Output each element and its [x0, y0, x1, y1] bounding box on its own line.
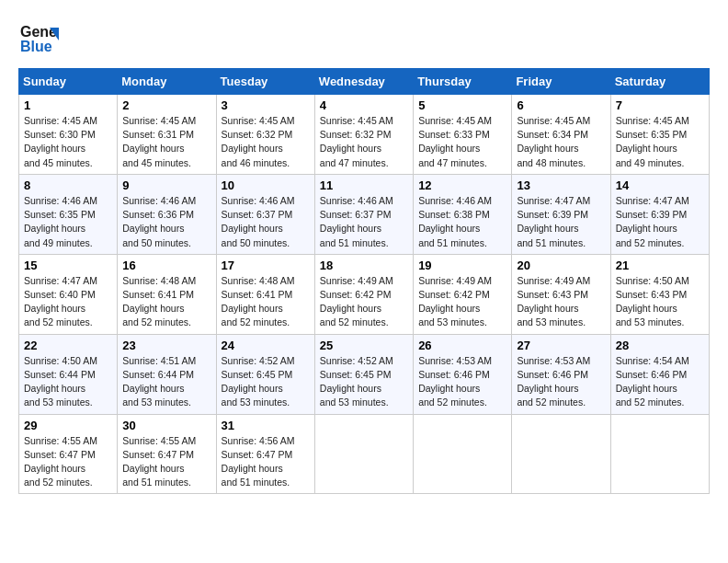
day-info: Sunrise: 4:45 AMSunset: 6:31 PMDaylight …: [122, 115, 196, 168]
day-info: Sunrise: 4:54 AMSunset: 6:46 PMDaylight …: [616, 355, 689, 408]
day-number: 17: [222, 259, 310, 272]
calendar-cell: 30 Sunrise: 4:55 AMSunset: 6:47 PMDaylig…: [118, 414, 216, 494]
calendar-cell: 18 Sunrise: 4:49 AMSunset: 6:42 PMDaylig…: [314, 254, 413, 334]
day-number: 8: [24, 178, 112, 192]
day-number: 20: [517, 259, 605, 272]
day-info: Sunrise: 4:56 AMSunset: 6:47 PMDaylight …: [222, 435, 295, 488]
calendar-cell: 13 Sunrise: 4:47 AMSunset: 6:39 PMDaylig…: [512, 174, 610, 254]
calendar-cell: 11 Sunrise: 4:46 AMSunset: 6:37 PMDaylig…: [314, 174, 413, 254]
day-number: 7: [616, 98, 704, 112]
day-info: Sunrise: 4:45 AMSunset: 6:32 PMDaylight …: [320, 115, 393, 168]
day-number: 21: [616, 259, 704, 272]
day-info: Sunrise: 4:45 AMSunset: 6:30 PMDaylight …: [24, 115, 97, 168]
weekday-header-monday: Monday: [118, 69, 216, 95]
weekday-header-sunday: Sunday: [19, 69, 118, 95]
svg-text:Blue: Blue: [20, 39, 52, 54]
logo-icon: General Blue: [18, 18, 59, 59]
day-info: Sunrise: 4:45 AMSunset: 6:35 PMDaylight …: [616, 115, 689, 168]
day-info: Sunrise: 4:49 AMSunset: 6:42 PMDaylight …: [320, 275, 393, 328]
day-info: Sunrise: 4:45 AMSunset: 6:34 PMDaylight …: [517, 115, 590, 168]
calendar-cell: 23 Sunrise: 4:51 AMSunset: 6:44 PMDaylig…: [118, 334, 216, 414]
weekday-header-saturday: Saturday: [610, 69, 709, 95]
day-info: Sunrise: 4:47 AMSunset: 6:39 PMDaylight …: [517, 195, 590, 248]
calendar-cell: 16 Sunrise: 4:48 AMSunset: 6:41 PMDaylig…: [118, 254, 216, 334]
day-number: 19: [418, 259, 506, 272]
day-number: 24: [222, 339, 310, 352]
weekday-header-friday: Friday: [512, 69, 610, 95]
day-number: 4: [320, 98, 408, 112]
day-number: 14: [616, 178, 704, 192]
calendar-week-1: 8 Sunrise: 4:46 AMSunset: 6:35 PMDayligh…: [19, 174, 710, 254]
day-info: Sunrise: 4:48 AMSunset: 6:41 PMDaylight …: [122, 275, 196, 328]
day-info: Sunrise: 4:49 AMSunset: 6:42 PMDaylight …: [418, 275, 492, 328]
day-info: Sunrise: 4:46 AMSunset: 6:36 PMDaylight …: [122, 195, 196, 248]
day-info: Sunrise: 4:55 AMSunset: 6:47 PMDaylight …: [122, 435, 196, 488]
day-info: Sunrise: 4:46 AMSunset: 6:37 PMDaylight …: [320, 195, 393, 248]
day-number: 1: [24, 98, 112, 112]
day-number: 25: [320, 339, 408, 352]
day-number: 18: [320, 259, 408, 272]
weekday-header-thursday: Thursday: [414, 69, 512, 95]
calendar-week-2: 15 Sunrise: 4:47 AMSunset: 6:40 PMDaylig…: [19, 254, 710, 334]
calendar-cell: 21 Sunrise: 4:50 AMSunset: 6:43 PMDaylig…: [610, 254, 709, 334]
calendar-cell: 26 Sunrise: 4:53 AMSunset: 6:46 PMDaylig…: [414, 334, 512, 414]
day-number: 31: [222, 419, 310, 432]
day-info: Sunrise: 4:46 AMSunset: 6:35 PMDaylight …: [24, 195, 97, 248]
day-info: Sunrise: 4:50 AMSunset: 6:44 PMDaylight …: [24, 355, 97, 408]
calendar-cell: 9 Sunrise: 4:46 AMSunset: 6:36 PMDayligh…: [118, 174, 216, 254]
calendar-cell: 3 Sunrise: 4:45 AMSunset: 6:32 PMDayligh…: [216, 95, 314, 175]
calendar-week-0: 1 Sunrise: 4:45 AMSunset: 6:30 PMDayligh…: [19, 95, 710, 175]
day-number: 13: [517, 178, 605, 192]
day-number: 27: [517, 339, 605, 352]
day-info: Sunrise: 4:45 AMSunset: 6:32 PMDaylight …: [222, 115, 295, 168]
calendar-week-3: 22 Sunrise: 4:50 AMSunset: 6:44 PMDaylig…: [19, 334, 710, 414]
calendar-header-row: SundayMondayTuesdayWednesdayThursdayFrid…: [19, 69, 710, 95]
day-info: Sunrise: 4:53 AMSunset: 6:46 PMDaylight …: [418, 355, 492, 408]
calendar-cell: 22 Sunrise: 4:50 AMSunset: 6:44 PMDaylig…: [19, 334, 118, 414]
calendar-cell: 27 Sunrise: 4:53 AMSunset: 6:46 PMDaylig…: [512, 334, 610, 414]
day-info: Sunrise: 4:52 AMSunset: 6:45 PMDaylight …: [320, 355, 393, 408]
day-info: Sunrise: 4:49 AMSunset: 6:43 PMDaylight …: [517, 275, 590, 328]
day-number: 6: [517, 98, 605, 112]
calendar-cell: 14 Sunrise: 4:47 AMSunset: 6:39 PMDaylig…: [610, 174, 709, 254]
day-number: 22: [24, 339, 112, 352]
calendar-cell: [414, 414, 512, 494]
calendar-cell: 4 Sunrise: 4:45 AMSunset: 6:32 PMDayligh…: [314, 95, 413, 175]
calendar-cell: 12 Sunrise: 4:46 AMSunset: 6:38 PMDaylig…: [414, 174, 512, 254]
logo: General Blue: [18, 18, 59, 59]
day-number: 5: [418, 98, 506, 112]
day-number: 10: [222, 178, 310, 192]
day-number: 26: [418, 339, 506, 352]
day-info: Sunrise: 4:46 AMSunset: 6:37 PMDaylight …: [222, 195, 295, 248]
day-number: 29: [24, 419, 112, 432]
day-info: Sunrise: 4:55 AMSunset: 6:47 PMDaylight …: [24, 435, 97, 488]
calendar-cell: 31 Sunrise: 4:56 AMSunset: 6:47 PMDaylig…: [216, 414, 314, 494]
calendar-cell: 7 Sunrise: 4:45 AMSunset: 6:35 PMDayligh…: [610, 95, 709, 175]
calendar-cell: [610, 414, 709, 494]
day-info: Sunrise: 4:47 AMSunset: 6:40 PMDaylight …: [24, 275, 97, 328]
weekday-header-wednesday: Wednesday: [314, 69, 413, 95]
calendar-cell: 1 Sunrise: 4:45 AMSunset: 6:30 PMDayligh…: [19, 95, 118, 175]
day-info: Sunrise: 4:53 AMSunset: 6:46 PMDaylight …: [517, 355, 590, 408]
calendar-cell: 5 Sunrise: 4:45 AMSunset: 6:33 PMDayligh…: [414, 95, 512, 175]
page-header: General Blue: [18, 18, 710, 59]
day-number: 23: [122, 339, 210, 352]
calendar-cell: 24 Sunrise: 4:52 AMSunset: 6:45 PMDaylig…: [216, 334, 314, 414]
calendar-cell: 20 Sunrise: 4:49 AMSunset: 6:43 PMDaylig…: [512, 254, 610, 334]
day-info: Sunrise: 4:48 AMSunset: 6:41 PMDaylight …: [222, 275, 295, 328]
calendar-cell: [512, 414, 610, 494]
calendar-cell: 8 Sunrise: 4:46 AMSunset: 6:35 PMDayligh…: [19, 174, 118, 254]
day-number: 16: [122, 259, 210, 272]
weekday-header-tuesday: Tuesday: [216, 69, 314, 95]
day-number: 30: [122, 419, 210, 432]
day-info: Sunrise: 4:47 AMSunset: 6:39 PMDaylight …: [616, 195, 689, 248]
calendar-cell: 15 Sunrise: 4:47 AMSunset: 6:40 PMDaylig…: [19, 254, 118, 334]
calendar-cell: 25 Sunrise: 4:52 AMSunset: 6:45 PMDaylig…: [314, 334, 413, 414]
calendar-cell: [314, 414, 413, 494]
day-number: 9: [122, 178, 210, 192]
calendar-table: SundayMondayTuesdayWednesdayThursdayFrid…: [18, 68, 710, 494]
day-info: Sunrise: 4:45 AMSunset: 6:33 PMDaylight …: [418, 115, 492, 168]
day-info: Sunrise: 4:46 AMSunset: 6:38 PMDaylight …: [418, 195, 492, 248]
calendar-week-4: 29 Sunrise: 4:55 AMSunset: 6:47 PMDaylig…: [19, 414, 710, 494]
day-number: 28: [616, 339, 704, 352]
